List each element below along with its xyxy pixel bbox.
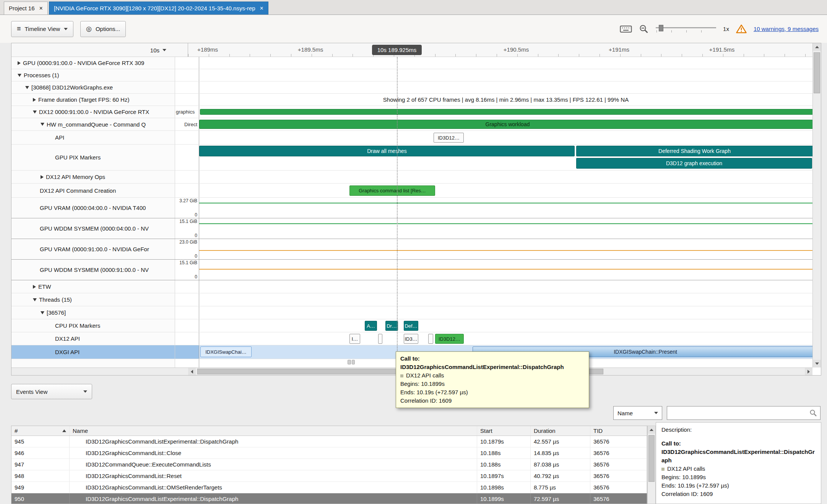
tree-row-vram-3090[interactable]: GPU VRAM (0000:91:00.0 - NVIDIA GeFor 23… bbox=[11, 239, 812, 260]
collapse-icon[interactable] bbox=[18, 74, 21, 77]
events-scrollbar[interactable] bbox=[647, 426, 656, 504]
v-scrollbar[interactable] bbox=[812, 43, 821, 367]
bar-dx12-call-2[interactable]: ID3… bbox=[404, 334, 418, 344]
tree-cell[interactable]: API bbox=[11, 131, 175, 144]
bar-cpu-pix-dr[interactable]: Dr… bbox=[385, 321, 398, 331]
column-header-name[interactable]: Name bbox=[70, 426, 477, 436]
time-origin-selector[interactable]: 10s bbox=[11, 43, 188, 57]
tree-row-dx12-device[interactable]: DX12 0000:91:00.0 - NVIDIA GeForce RTX g… bbox=[11, 106, 812, 118]
tree-cell[interactable]: ETW bbox=[11, 280, 175, 293]
expand-icon[interactable] bbox=[33, 285, 36, 289]
event-row[interactable]: 945 ID3D12GraphicsCommandListExperimenta… bbox=[11, 436, 647, 447]
bar-api-call[interactable]: ID3D12… bbox=[434, 133, 464, 143]
tree-row-sysmem-04[interactable]: GPU WDDM SYSMEM (0000:04:00.0 - NV 15.1 … bbox=[11, 218, 812, 239]
track-cpu-pix[interactable]: A… Dr… Def… bbox=[199, 319, 812, 332]
tree-row-dx12-api[interactable]: DX12 API I… ID3… ID3D12… bbox=[11, 332, 812, 345]
event-row[interactable]: 947 ID3D12CommandQueue::ExecuteCommandLi… bbox=[11, 459, 647, 470]
scroll-down-button[interactable] bbox=[813, 360, 821, 367]
tree-row-memory-ops[interactable]: DX12 API Memory Ops bbox=[11, 171, 812, 184]
tree-row-frame-duration[interactable]: Frame duration (Target FPS: 60 Hz) Showi… bbox=[11, 94, 812, 106]
tree-cell[interactable]: GPU (0000:91:00.0 - NVIDIA GeForce RTX 3… bbox=[11, 57, 175, 69]
track-processes[interactable] bbox=[199, 69, 812, 81]
zoom-out-icon[interactable] bbox=[639, 24, 649, 34]
filter-field-selector[interactable]: Name bbox=[613, 406, 662, 420]
slider-track[interactable] bbox=[656, 27, 716, 28]
track-threads[interactable] bbox=[199, 293, 812, 306]
track-vram-t400[interactable] bbox=[199, 198, 812, 218]
bar-tiny-event[interactable] bbox=[348, 360, 351, 364]
tree-cell[interactable]: DX12 API Command Creation bbox=[11, 184, 175, 197]
bar-deferred-shading[interactable]: Deferred Shading Work Graph bbox=[576, 146, 812, 156]
tree-row-sysmem-91[interactable]: GPU WDDM SYSMEM (0000:91:00.0 - NV 15.1 … bbox=[11, 260, 812, 280]
tree-row-hw-queue[interactable]: HW m_commandQueue - Command Q Direct Gra… bbox=[11, 118, 812, 131]
tree-cell[interactable]: Frame duration (Target FPS: 60 Hz) bbox=[11, 94, 175, 106]
tree-cell[interactable]: HW m_commandQueue - Command Q bbox=[11, 118, 175, 130]
tree-cell[interactable]: DX12 API bbox=[11, 332, 175, 345]
track-gpu-pix[interactable]: Draw all meshes Deferred Shading Work Gr… bbox=[199, 145, 812, 170]
track-api[interactable]: ID3D12… bbox=[199, 131, 812, 144]
timeline-cursor[interactable] bbox=[397, 57, 398, 367]
tab-project[interactable]: Project 16 × bbox=[4, 2, 48, 15]
search-icon[interactable] bbox=[809, 409, 817, 417]
collapse-icon[interactable] bbox=[33, 111, 37, 114]
track-dx12-api[interactable]: I… ID3… ID3D12… bbox=[199, 332, 812, 345]
expand-icon[interactable] bbox=[18, 61, 21, 65]
bar-dx12-dispatch-graph[interactable]: ID3D12… bbox=[435, 334, 464, 344]
tree-row-command-creation[interactable]: DX12 API Command Creation Graphics comma… bbox=[11, 184, 812, 198]
tree-row-gpu[interactable]: GPU (0000:91:00.0 - NVIDIA GeForce RTX 3… bbox=[11, 57, 812, 69]
track-sysmem-91[interactable] bbox=[199, 260, 812, 280]
bar-command-list[interactable]: Graphics command list [Res… bbox=[349, 185, 435, 196]
column-header-num[interactable]: # bbox=[11, 426, 70, 436]
scroll-left-button[interactable] bbox=[188, 368, 196, 375]
collapse-icon[interactable] bbox=[25, 86, 29, 89]
close-icon[interactable]: × bbox=[260, 5, 263, 11]
tree-cell[interactable]: CPU PIX Markers bbox=[11, 319, 175, 332]
tree-row-threads[interactable]: Threads (15) bbox=[11, 293, 812, 306]
tree-row-processes[interactable]: Processes (1) bbox=[11, 69, 812, 81]
track-command-creation[interactable]: Graphics command list [Res… bbox=[199, 184, 812, 197]
track-process[interactable] bbox=[199, 81, 812, 93]
search-input[interactable] bbox=[667, 410, 809, 416]
event-row-selected[interactable]: 950 ID3D12GraphicsCommandListExperimenta… bbox=[11, 493, 647, 504]
tree-cell[interactable]: DX12 0000:91:00.0 - NVIDIA GeForce RTX bbox=[11, 106, 175, 118]
options-button[interactable]: ◎ Options... bbox=[80, 21, 126, 37]
tree-cell[interactable]: GPU VRAM (0000:91:00.0 - NVIDIA GeFor bbox=[11, 239, 175, 259]
expand-icon[interactable] bbox=[41, 175, 44, 179]
tree-cell[interactable]: [30868] D3D12WorkGraphs.exe bbox=[11, 81, 175, 93]
tree-cell[interactable]: GPU WDDM SYSMEM (0000:04:00.0 - NV bbox=[11, 218, 175, 239]
tree-row-vram-t400[interactable]: GPU VRAM (0000:04:00.0 - NVIDIA T400 3.2… bbox=[11, 198, 812, 218]
scroll-up-button[interactable] bbox=[648, 426, 655, 434]
track-gpu[interactable] bbox=[199, 57, 812, 69]
event-search-box[interactable] bbox=[667, 406, 821, 420]
tree-cell[interactable]: GPU WDDM SYSMEM (0000:91:00.0 - NV bbox=[11, 260, 175, 280]
column-header-tid[interactable]: TID bbox=[590, 426, 647, 436]
scroll-thumb[interactable] bbox=[648, 435, 655, 482]
bar-dxgi-swapchain[interactable]: IDXGISwapChai… bbox=[200, 346, 252, 357]
expand-icon[interactable] bbox=[33, 98, 36, 102]
zoom-slider[interactable] bbox=[656, 24, 716, 34]
tree-row-thread[interactable]: [36576] bbox=[11, 306, 812, 319]
tree-row-api[interactable]: API ID3D12… bbox=[11, 131, 812, 145]
column-header-start[interactable]: Start bbox=[477, 426, 531, 436]
bar-dx12-call-1[interactable]: I… bbox=[349, 334, 360, 344]
tree-cell[interactable]: GPU PIX Markers bbox=[11, 145, 175, 170]
warnings-link[interactable]: 10 warnings, 9 messages bbox=[754, 26, 819, 32]
bar-draw-all-meshes[interactable]: Draw all meshes bbox=[199, 146, 575, 156]
tab-report[interactable]: [NVIDIA GeForce RTX 3090][1280 x 720][DX… bbox=[49, 2, 268, 15]
bar-cpu-pix-def[interactable]: Def… bbox=[404, 321, 418, 331]
column-header-duration[interactable]: Duration bbox=[531, 426, 590, 436]
bar-cpu-pix-a[interactable]: A… bbox=[365, 321, 377, 331]
tree-row-etw[interactable]: ETW bbox=[11, 280, 812, 293]
tree-row-cpu-pix[interactable]: CPU PIX Markers A… Dr… Def… bbox=[11, 319, 812, 332]
collapse-icon[interactable] bbox=[41, 311, 44, 314]
tree-row-gpu-pix-markers[interactable]: GPU PIX Markers Draw all meshes Deferred… bbox=[11, 145, 812, 171]
track-dx12-device[interactable] bbox=[199, 106, 812, 118]
scroll-right-button[interactable] bbox=[805, 368, 812, 375]
tree-cell[interactable]: Processes (1) bbox=[11, 69, 175, 81]
bar-dx12-call-small[interactable] bbox=[378, 334, 382, 344]
bar-dx12-call-small[interactable] bbox=[428, 334, 433, 344]
track-memory-ops[interactable] bbox=[199, 171, 812, 183]
keyboard-icon[interactable] bbox=[620, 24, 632, 34]
bar-graphics-workload[interactable]: Graphics workload bbox=[199, 120, 812, 129]
track-thread[interactable] bbox=[199, 306, 812, 319]
